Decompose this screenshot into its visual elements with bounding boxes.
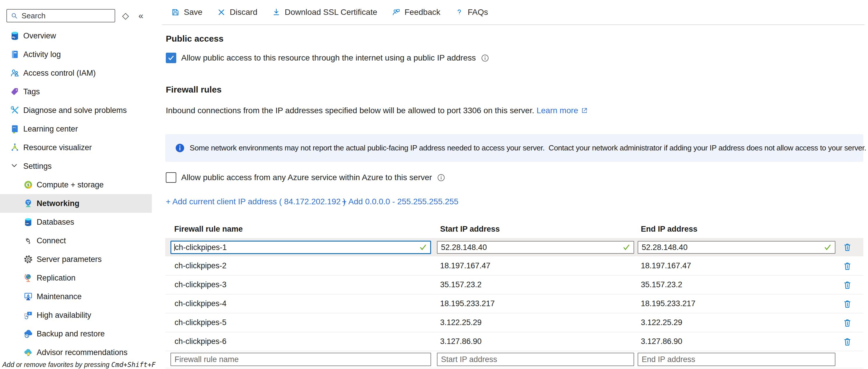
new-rule-row [165, 350, 863, 368]
database-icon: DB [23, 217, 33, 227]
rule-name-cell: ch-clickpipes-3 [175, 276, 226, 294]
faqs-button[interactable]: FAQs [452, 6, 491, 19]
start-ip-input-wrapper [437, 241, 634, 254]
delete-rule-button[interactable] [842, 280, 852, 290]
end-ip-cell: 18.197.167.47 [641, 257, 691, 275]
firewall-description: Inbound connections from the IP addresse… [166, 106, 588, 115]
sidebar-item-label: Databases [37, 218, 74, 227]
info-icon[interactable] [481, 54, 489, 62]
discard-button[interactable]: Discard [214, 6, 260, 19]
new-end-ip-input[interactable] [642, 355, 822, 364]
sidebar: ◇ « My Overview Activity log Access cont… [0, 0, 162, 369]
backup-cloud-icon [23, 329, 33, 339]
sidebar-item-server-parameters[interactable]: Server parameters [0, 250, 152, 269]
sidebar-item-connect[interactable]: Connect [0, 232, 152, 250]
activity-log-icon [10, 50, 20, 59]
new-rule-name-wrapper [170, 353, 431, 366]
sidebar-item-maintenance[interactable]: Maintenance [0, 287, 152, 306]
azure-services-checkbox[interactable] [166, 172, 176, 183]
firewall-rules-heading: Firewall rules [166, 85, 222, 95]
high-availability-icon [23, 310, 33, 320]
public-access-checkbox-row: Allow public access to this resource thr… [166, 53, 489, 63]
svg-text:My: My [12, 36, 16, 39]
info-filled-icon [176, 144, 184, 153]
sidebar-item-access-control[interactable]: Access control (IAM) [0, 64, 152, 82]
pin-diamond-icon[interactable]: ◇ [122, 10, 129, 21]
azure-services-checkbox-row: Allow public access from any Azure servi… [166, 172, 445, 183]
azure-portal-page: ◇ « My Overview Activity log Access cont… [0, 0, 868, 369]
sidebar-group-settings[interactable]: Settings [0, 157, 152, 176]
sidebar-item-overview[interactable]: My Overview [0, 27, 152, 45]
add-client-ip-link[interactable]: + Add current client IP address ( 84.172… [166, 197, 346, 206]
mysql-server-icon: My [10, 31, 20, 41]
sidebar-item-networking[interactable]: Networking [0, 194, 152, 213]
sidebar-item-advisor-recommendations[interactable]: Advisor recommendations [0, 343, 152, 362]
rule-name-input[interactable] [175, 243, 417, 252]
rule-name-input-wrapper [170, 241, 431, 254]
delete-rule-button[interactable] [842, 299, 852, 309]
sidebar-item-tags[interactable]: Tags [0, 82, 152, 101]
firewall-rule-row: ch-clickpipes-6 3.127.86.90 3.127.86.90 [165, 332, 863, 351]
firewall-rule-row: ch-clickpipes-2 18.197.167.47 18.197.167… [165, 257, 863, 276]
info-icon[interactable] [437, 174, 445, 182]
svg-text:$: $ [27, 183, 29, 187]
new-start-ip-input[interactable] [441, 355, 621, 364]
sidebar-item-label: Replication [37, 274, 75, 283]
rule-name-cell: ch-clickpipes-5 [175, 313, 226, 332]
end-ip-cell: 3.122.25.29 [641, 313, 682, 332]
collapse-sidebar-icon[interactable]: « [138, 10, 144, 21]
sidebar-item-backup-restore[interactable]: Backup and restore [0, 325, 152, 343]
delete-rule-button[interactable] [842, 337, 852, 347]
command-bar: Save Discard Download SSL Certificate Fe… [162, 0, 491, 25]
info-banner-text: Some network environments may not report… [190, 144, 866, 153]
sidebar-item-databases[interactable]: DB Databases [0, 213, 152, 232]
new-start-ip-wrapper [437, 353, 634, 366]
save-icon [171, 8, 180, 17]
feedback-icon [392, 8, 401, 17]
networking-globe-icon [23, 198, 33, 208]
sidebar-item-resource-visualizer[interactable]: Resource visualizer [0, 138, 152, 157]
table-bottom-divider [165, 368, 863, 368]
search-icon [10, 12, 18, 20]
end-ip-input[interactable] [642, 243, 822, 252]
advisor-cloud-icon [23, 347, 33, 357]
valid-check-icon [419, 243, 427, 252]
delete-rule-button[interactable] [842, 261, 852, 271]
column-header-end: End IP address [641, 224, 698, 234]
sidebar-item-label: Advisor recommendations [37, 348, 127, 357]
sidebar-item-label: Access control (IAM) [23, 69, 96, 78]
feedback-button[interactable]: Feedback [389, 6, 443, 19]
add-all-ips-link[interactable]: + Add 0.0.0.0 - 255.255.255.255 [342, 197, 459, 206]
sidebar-item-compute-storage[interactable]: $ Compute + storage [0, 176, 152, 194]
sidebar-item-activity-log[interactable]: Activity log [0, 45, 152, 64]
svg-text:101: 101 [12, 127, 16, 129]
sidebar-item-label: Networking [37, 199, 80, 208]
sidebar-item-diagnose[interactable]: Diagnose and solve problems [0, 101, 152, 120]
new-rule-name-input[interactable] [175, 355, 418, 364]
info-banner: Some network environments may not report… [165, 134, 863, 162]
start-ip-cell: 35.157.23.2 [440, 276, 482, 294]
public-access-heading: Public access [166, 34, 223, 44]
sidebar-item-label: Activity log [23, 50, 61, 59]
delete-rule-button[interactable] [842, 318, 852, 328]
search-input[interactable] [22, 11, 112, 20]
sidebar-item-high-availability[interactable]: High availability [0, 306, 152, 325]
sidebar-item-learning-center[interactable]: 101 Learning center [0, 120, 152, 138]
sidebar-item-label: Resource visualizer [23, 143, 92, 152]
valid-check-icon [622, 243, 631, 252]
learn-more-link[interactable]: Learn more [536, 106, 588, 115]
download-ssl-certificate-button[interactable]: Download SSL Certificate [269, 6, 380, 19]
start-ip-input[interactable] [441, 243, 621, 252]
sidebar-item-label: Connect [37, 236, 66, 245]
sidebar-item-replication[interactable]: Replication [0, 269, 152, 287]
chevron-down-icon [10, 161, 20, 171]
sidebar-item-label: Backup and restore [37, 330, 105, 338]
save-button[interactable]: Save [168, 6, 205, 19]
public-access-checkbox[interactable] [166, 53, 176, 63]
end-ip-cell: 35.157.23.2 [641, 276, 682, 294]
rule-name-cell: ch-clickpipes-2 [175, 257, 226, 275]
delete-rule-button[interactable] [842, 242, 852, 252]
add-rule-links: + Add current client IP address ( 84.172… [166, 197, 346, 206]
start-ip-cell: 3.122.25.29 [440, 313, 482, 332]
column-header-start: Start IP address [440, 224, 500, 234]
